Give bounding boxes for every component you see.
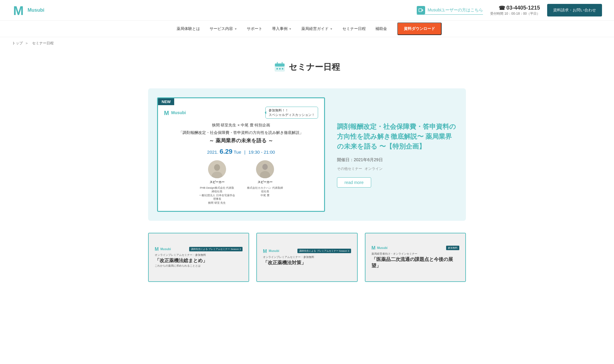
svg-rect-8	[276, 68, 278, 70]
svg-rect-9	[279, 68, 281, 70]
phone-icon: ☎	[499, 5, 505, 11]
user-link-icon	[417, 6, 425, 14]
featured-musubi-logo: M Musubi	[164, 110, 186, 116]
card1-badge: 講師先生による プレミアムセミナー Season 3	[189, 247, 243, 251]
card1-title: 「改正薬機法総まとめ」	[155, 258, 243, 264]
seminar-image-main-title: ～ 薬局業界の未来を語る ～	[164, 137, 318, 144]
page-title: セミナー日程	[274, 61, 340, 73]
breadcrumb: トップ ＞ セミナー日程	[0, 37, 614, 49]
card1-subtitle: オンラインプレミアムセミナー・参加無料	[155, 253, 243, 257]
card2-image: M Musubi 講師先生による プレミアムセミナー Season 3 オンライ…	[257, 233, 357, 281]
card2-badge: 講師先生による プレミアムセミナー Season 3	[297, 249, 351, 253]
card3-title: 「医薬品二次流通の課題点と今後の展望」	[371, 256, 459, 269]
card2-title: 「改正薬機法対策」	[263, 260, 351, 266]
featured-seminar-text: 調剤報酬改定・社会保障費・答申資料の方向性を読み解き徹底解説〜 薬局業界の未来を…	[337, 122, 457, 188]
svg-rect-10	[282, 68, 283, 70]
tag1: その他セミナー	[337, 166, 362, 171]
speaker2-photo	[256, 160, 274, 178]
musubi-logo-icon: M	[12, 3, 26, 17]
svg-rect-5	[275, 64, 285, 67]
seminar-card-3[interactable]: M Musubi 参加無料 薬局経営者向け・オンラインセミナー 「医薬品二次流通…	[365, 233, 466, 282]
card3-image: M Musubi 参加無料 薬局経営者向け・オンラインセミナー 「医薬品二次流通…	[365, 233, 465, 281]
seminar-card-1[interactable]: M Musubi 講師先生による プレミアムセミナー Season 3 オンライ…	[148, 233, 249, 282]
seminar-card-grid: M Musubi 講師先生による プレミアムセミナー Season 3 オンライ…	[148, 233, 466, 282]
card3-logo: M Musubi	[371, 245, 388, 250]
main-content: NEW M Musubi 参加無料！！ スペシャルディスカッション！ 狭間 研至…	[142, 88, 472, 300]
speaker2-avatar	[256, 160, 274, 178]
nav-item-support[interactable]: サポート	[243, 21, 267, 37]
phone-number: ☎ 03-4405-1215	[499, 5, 540, 11]
svg-point-13	[214, 164, 220, 171]
nav-download-button[interactable]: 資料ダウンロード	[397, 22, 442, 35]
main-nav: 薬局体験とは サービス内容 ▼ サポート 導入事例 ▼ 薬局経営ガイド ▼ セミ…	[0, 21, 614, 37]
featured-date: 開催日：2021年6月29日	[337, 157, 457, 163]
nav-item-seminar[interactable]: セミナー日程	[338, 21, 370, 37]
nav-item-pharmacy-experience[interactable]: 薬局体験とは	[172, 21, 204, 37]
svg-text:M: M	[263, 249, 267, 253]
speech-bubble: 参加無料！！ スペシャルディスカッション！	[265, 107, 318, 119]
breadcrumb-home[interactable]: トップ	[12, 41, 23, 45]
contact-button[interactable]: 資料請求・お問い合わせ	[547, 4, 602, 16]
chevron-down-icon: ▼	[289, 27, 292, 31]
card1-image: M Musubi 講師先生による プレミアムセミナー Season 3 オンライ…	[149, 233, 249, 281]
featured-tags: その他セミナー オンライン	[337, 166, 457, 171]
user-link-text: Musubiユーザーの方はこちら	[428, 7, 483, 13]
seminar-image-title1: 狭間 研至先生 × 中尾 豊 特別企画	[164, 122, 318, 129]
nav-item-service[interactable]: サービス内容 ▼	[205, 21, 241, 37]
speaker1-avatar	[208, 160, 226, 178]
card2-logo: M Musubi	[263, 249, 279, 253]
card3-subtitle: 薬局経営者向け・オンラインセミナー	[371, 252, 459, 256]
nav-item-management-guide[interactable]: 薬局経営ガイド ▼	[297, 21, 337, 37]
featured-heading: 調剤報酬改定・社会保障費・答申資料の方向性を読み解き徹底解説〜 薬局業界の未来を…	[337, 122, 457, 151]
speaker1: スピーカー PHB Design株式会社 代表取締役社長 一般社団法人 日本在宅…	[199, 160, 235, 205]
phone-area: ☎ 03-4405-1215 受付時間 10：00-18：00（平日）	[490, 5, 540, 16]
card1-logo: M Musubi	[155, 247, 171, 251]
read-more-button[interactable]: read more	[337, 177, 371, 188]
speaker1-photo	[208, 160, 226, 178]
speakers-row: スピーカー PHB Design株式会社 代表取締役社長 一般社団法人 日本在宅…	[164, 160, 318, 205]
svg-text:M: M	[13, 4, 24, 17]
nav-item-cases[interactable]: 導入事例 ▼	[268, 21, 296, 37]
card1-subtitle2: これからの薬局に求められることとは	[155, 264, 243, 268]
seminar-card-2[interactable]: M Musubi 講師先生による プレミアムセミナー Season 3 オンライ…	[256, 233, 357, 282]
featured-seminar-card: NEW M Musubi 参加無料！！ スペシャルディスカッション！ 狭間 研至…	[148, 88, 466, 221]
featured-seminar-image: NEW M Musubi 参加無料！！ スペシャルディスカッション！ 狭間 研至…	[157, 97, 325, 212]
page-title-area: セミナー日程	[0, 49, 614, 88]
breadcrumb-separator: ＞	[25, 41, 28, 45]
seminar-image-title2: 「調剤報酬改定・社会保障費・答申資料の方向性を読み解き徹底解説」	[164, 130, 318, 136]
seminar-image-date: 2021. 6.29 Tue | 19:30 - 21:00	[164, 148, 318, 155]
musubi-m-icon: M	[164, 110, 170, 116]
card3-badge: 参加無料	[446, 246, 459, 250]
svg-point-16	[262, 164, 268, 170]
card2-subtitle: オンラインプレミアムセミナー・参加無料	[263, 255, 351, 259]
nav-item-subsidy[interactable]: 補助金	[371, 21, 391, 37]
speaker2: スピーカー 株式会社カカクハン 代表取締役社長 中尾 豊	[247, 160, 283, 205]
chevron-down-icon: ▼	[330, 27, 333, 31]
calendar-icon	[274, 62, 285, 73]
svg-text:M: M	[371, 245, 375, 250]
user-link[interactable]: Musubiユーザーの方はこちら	[417, 6, 483, 15]
login-icon	[418, 7, 424, 13]
phone-hours: 受付時間 10：00-18：00（平日）	[490, 11, 540, 16]
logo-text: Musubi	[28, 7, 44, 13]
svg-text:M: M	[155, 247, 159, 251]
chevron-down-icon: ▼	[234, 27, 237, 31]
svg-text:M: M	[164, 110, 169, 116]
logo: M Musubi	[12, 3, 44, 17]
breadcrumb-current: セミナー日程	[32, 41, 54, 45]
tag2: オンライン	[365, 166, 383, 171]
